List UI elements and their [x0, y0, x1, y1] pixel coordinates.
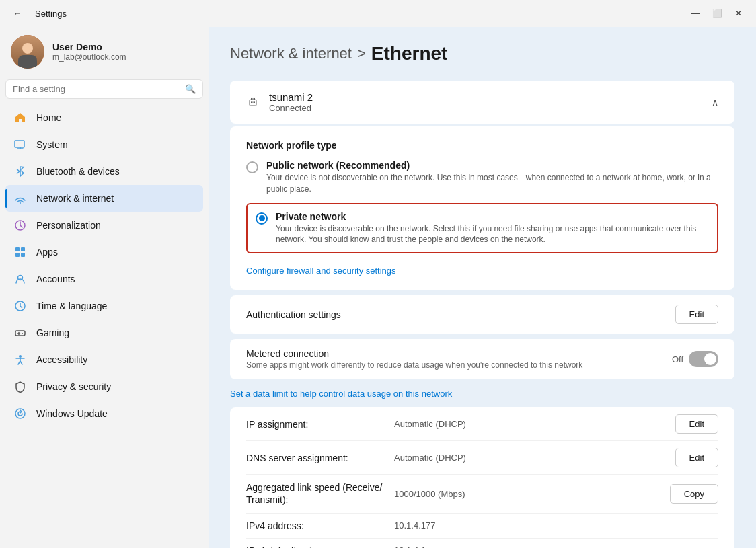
metered-toggle[interactable] — [689, 351, 718, 367]
search-icon: 🔍 — [185, 84, 196, 94]
auth-label: Authentication settings — [246, 309, 341, 320]
window-controls: — ⬜ ✕ — [686, 6, 748, 21]
sidebar-item-gaming-label: Gaming — [36, 327, 69, 338]
privacy-icon — [13, 380, 27, 393]
sidebar: User Demo m_lab@outlook.com 🔍 Home — [0, 27, 209, 548]
minimize-button[interactable]: — — [686, 6, 705, 21]
close-button[interactable]: ✕ — [729, 6, 748, 21]
system-icon — [13, 138, 27, 151]
search-box[interactable]: 🔍 — [5, 79, 203, 99]
sidebar-item-system[interactable]: System — [5, 131, 203, 158]
user-email: m_lab@outlook.com — [52, 52, 126, 62]
sidebar-item-time[interactable]: Time & language — [5, 292, 203, 319]
sidebar-item-accessibility[interactable]: Accessibility — [5, 346, 203, 373]
breadcrumb-current: Ethernet — [371, 43, 448, 65]
update-icon — [13, 407, 27, 420]
sidebar-item-apps[interactable]: Apps — [5, 239, 203, 266]
sidebar-item-gaming[interactable]: Gaming — [5, 319, 203, 346]
svg-rect-4 — [21, 247, 25, 251]
sidebar-item-accounts[interactable]: Accounts — [5, 266, 203, 292]
metered-toggle-label: Off — [672, 354, 683, 364]
sidebar-item-system-label: System — [36, 139, 68, 150]
ip-assignment-value: Automatic (DHCP) — [394, 419, 675, 429]
chevron-up-icon[interactable]: ∧ — [712, 97, 718, 108]
network-device-card: tsunami 2 Connected ∧ — [230, 81, 734, 124]
ip-assignment-row: IP assignment: Automatic (DHCP) Edit — [246, 407, 718, 441]
link-speed-row: Aggregated link speed (Receive/Transmit)… — [246, 475, 718, 513]
user-name: User Demo — [52, 42, 126, 52]
sidebar-item-personalization[interactable]: Personalization — [5, 212, 203, 239]
auth-edit-button[interactable]: Edit — [675, 305, 718, 324]
user-profile: User Demo m_lab@outlook.com — [5, 27, 203, 79]
sidebar-item-personalization-label: Personalization — [36, 220, 101, 231]
sidebar-item-bluetooth-label: Bluetooth & devices — [36, 166, 120, 177]
sidebar-item-apps-label: Apps — [36, 247, 58, 258]
dns-assignment-row: DNS server assignment: Automatic (DHCP) … — [246, 441, 718, 475]
title-bar: ← Settings — ⬜ ✕ — [0, 0, 756, 27]
ipv4-gateway-row: IPv4 default gateway: 10.1.4.1 — [246, 539, 718, 548]
dns-assignment-edit-button[interactable]: Edit — [675, 448, 718, 467]
svg-point-11 — [19, 355, 22, 358]
private-network-desc: Your device is discoverable on the netwo… — [276, 223, 709, 246]
dns-assignment-value: Automatic (DHCP) — [394, 453, 675, 463]
profile-section-label: Network profile type — [246, 140, 718, 151]
auth-settings-card: Authentication settings Edit — [230, 295, 734, 334]
public-network-option[interactable]: Public network (Recommended) Your device… — [246, 160, 718, 195]
sidebar-item-network[interactable]: Network & internet — [5, 185, 203, 212]
breadcrumb-parent: Network & internet — [230, 45, 352, 63]
sidebar-item-privacy[interactable]: Privacy & security — [5, 373, 203, 400]
sidebar-item-privacy-label: Privacy & security — [36, 381, 111, 392]
bluetooth-icon — [13, 165, 27, 178]
public-network-desc: Your device is not discoverable on the n… — [266, 172, 718, 195]
public-radio[interactable] — [246, 161, 258, 173]
svg-rect-0 — [15, 141, 24, 147]
auth-settings-row: Authentication settings Edit — [246, 295, 718, 334]
back-button[interactable]: ← — [8, 6, 27, 21]
sidebar-item-time-label: Time & language — [36, 301, 107, 311]
ipv4-address-row: IPv4 address: 10.1.4.177 — [246, 514, 718, 539]
copy-button[interactable]: Copy — [670, 484, 718, 504]
metered-label: Metered connection — [246, 348, 582, 359]
sidebar-item-accessibility-label: Accessibility — [36, 354, 87, 365]
metered-card: Metered connection Some apps might work … — [230, 339, 734, 379]
private-radio[interactable] — [256, 212, 268, 225]
metered-toggle-wrap: Off — [672, 351, 718, 367]
accessibility-icon — [13, 353, 27, 366]
window-title: Settings — [35, 9, 67, 19]
ip-assignment-edit-button[interactable]: Edit — [675, 414, 718, 434]
maximize-button[interactable]: ⬜ — [708, 6, 726, 21]
ip-settings-card: IP assignment: Automatic (DHCP) Edit DNS… — [230, 407, 734, 548]
ipv4-gateway-label: IPv4 default gateway: — [246, 545, 394, 548]
page-header: Network & internet > Ethernet — [230, 43, 734, 65]
link-speed-value: 1000/1000 (Mbps) — [394, 489, 670, 499]
accounts-icon — [13, 272, 27, 286]
search-input[interactable] — [13, 84, 180, 94]
sidebar-item-accounts-label: Accounts — [36, 274, 75, 284]
sidebar-item-network-label: Network & internet — [36, 193, 114, 204]
network-name: tsunami 2 — [269, 91, 313, 103]
sidebar-item-bluetooth[interactable]: Bluetooth & devices — [5, 158, 203, 185]
firewall-link[interactable]: Configure firewall and security settings — [246, 266, 396, 276]
network-icon — [13, 192, 27, 205]
gaming-icon — [13, 326, 27, 340]
personalization-icon — [13, 219, 27, 232]
data-limit-link[interactable]: Set a data limit to help control data us… — [230, 389, 452, 399]
sidebar-item-update[interactable]: Windows Update — [5, 400, 203, 427]
svg-point-1 — [20, 202, 21, 204]
ip-assignment-label: IP assignment: — [246, 419, 394, 430]
private-network-box: Private network Your device is discovera… — [246, 203, 718, 254]
apps-icon — [13, 245, 27, 259]
private-network-option[interactable]: Private network Your device is discovera… — [256, 211, 709, 246]
svg-rect-6 — [21, 253, 25, 257]
network-status: Connected — [269, 103, 313, 113]
sidebar-item-update-label: Windows Update — [36, 408, 108, 419]
link-speed-label: Aggregated link speed (Receive/Transmit)… — [246, 481, 394, 506]
time-icon — [13, 299, 27, 313]
dns-assignment-label: DNS server assignment: — [246, 453, 394, 463]
breadcrumb-separator: > — [357, 45, 366, 63]
ipv4-address-label: IPv4 address: — [246, 520, 394, 531]
home-icon — [13, 111, 27, 124]
ipv4-address-value: 10.1.4.177 — [394, 520, 718, 531]
data-limit-section: Set a data limit to help control data us… — [230, 385, 734, 407]
sidebar-item-home[interactable]: Home — [5, 104, 203, 131]
